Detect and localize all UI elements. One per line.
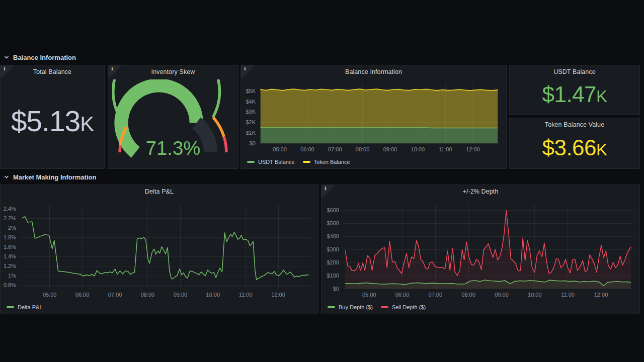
stat-value-total-balance: $5.13K [11, 107, 94, 136]
legend-item[interactable]: USDT Balance [247, 159, 295, 165]
legend-swatch [381, 306, 388, 308]
x-axis-label: 09:00 [495, 292, 509, 298]
balance-chart-legend: USDT BalanceToken Balance [241, 156, 506, 170]
x-axis-label: 11:00 [239, 292, 253, 298]
y-axis-label: 2% [8, 225, 16, 231]
y-axis-label: 1.6% [4, 244, 16, 250]
panel-depth: i +/-2% Depth $0$100$200$300$400$500$600… [321, 185, 640, 314]
x-axis-label: 07:00 [108, 292, 122, 298]
depth-legend: Buy Depth ($)Sell Depth ($) [321, 302, 639, 316]
gauge-value: 71.3% [146, 137, 201, 159]
y-axis-label: $2K [246, 119, 256, 125]
legend-item[interactable]: Buy Depth ($) [328, 304, 373, 310]
y-axis-label: 0.8% [4, 282, 16, 288]
panel-total-balance: i Total Balance $5.13K [0, 65, 105, 169]
depth-chart-canvas[interactable]: $0$100$200$300$400$500$60005:0006:0007:0… [323, 199, 636, 302]
panel-title[interactable]: +/-2% Depth [321, 185, 639, 198]
section-header-balance-information[interactable]: Balance Information [4, 53, 76, 61]
y-axis-label: $3K [246, 109, 256, 115]
x-axis-label: 12:00 [594, 292, 608, 298]
x-axis-label: 10:00 [528, 292, 542, 298]
legend-swatch [303, 161, 310, 163]
chart-svg[interactable]: $0$1K$2K$3K$4K$5K05:0006:0007:0008:0009:… [242, 79, 503, 154]
chevron-down-icon [4, 174, 9, 179]
x-axis-label: 12:00 [466, 146, 480, 152]
x-axis-label: 08:00 [141, 292, 155, 298]
y-axis-label: 1% [8, 273, 16, 279]
x-axis-label: 06:00 [300, 146, 314, 152]
y-axis-label: 1.2% [4, 263, 16, 269]
legend-swatch [247, 161, 255, 163]
y-axis-label: $0 [250, 140, 256, 146]
x-axis-label: 08:00 [461, 292, 475, 298]
y-axis-label: $300 [327, 246, 339, 252]
x-axis-label: 07:00 [328, 146, 342, 152]
panel-token-balance-value: Token Balance Value $3.66K [509, 118, 640, 169]
gauge-svg: 71.3% [112, 79, 234, 166]
legend-swatch [7, 306, 14, 308]
y-axis-label: 1.4% [4, 253, 16, 259]
panel-info-icon[interactable]: i [108, 65, 122, 79]
x-axis-label: 07:00 [429, 292, 443, 298]
panel-info-icon[interactable]: i [321, 185, 335, 199]
x-axis-label: 11:00 [439, 146, 452, 152]
y-axis-label: $4K [246, 99, 256, 105]
chart-svg[interactable]: 0.8%1%1.2%1.4%1.6%1.8%2%2.2%2.4%05:0006:… [2, 199, 315, 300]
y-axis-label: $500 [327, 220, 339, 226]
panel-title[interactable]: Balance Information [241, 65, 506, 78]
legend-item[interactable]: Sell Depth ($) [381, 304, 426, 310]
section-header-market-making-information[interactable]: Market Making Information [4, 173, 96, 181]
panel-title[interactable]: Total Balance [1, 65, 104, 78]
y-axis-label: $1K [246, 130, 256, 136]
x-axis-label: 10:00 [206, 292, 220, 298]
delta-pnl-chart-canvas[interactable]: 0.8%1%1.2%1.4%1.6%1.8%2%2.2%2.4%05:0006:… [2, 199, 315, 302]
y-axis-label: $5K [246, 88, 256, 94]
y-axis-label: $600 [327, 207, 339, 213]
x-axis-label: 09:00 [174, 292, 188, 298]
y-axis-label: 1.8% [4, 234, 16, 240]
legend-item[interactable]: Token Balance [303, 159, 350, 165]
grafana-dashboard: Balance Information i Total Balance $5.1… [0, 0, 644, 362]
y-axis-label: $400 [327, 233, 339, 239]
y-axis-label: 2.2% [4, 215, 16, 221]
legend-swatch [328, 306, 335, 308]
y-axis-label: $100 [327, 273, 339, 279]
x-axis-label: 05:00 [362, 292, 376, 298]
chevron-down-icon [4, 55, 9, 60]
section-title: Market Making Information [13, 173, 96, 181]
panel-title[interactable]: USDT Balance [510, 65, 639, 78]
x-axis-label: 06:00 [395, 292, 410, 298]
panel-delta-pnl: Delta P&L 0.8%1%1.2%1.4%1.6%1.8%2%2.2%2.… [0, 185, 318, 314]
panel-title[interactable]: Inventory Skew [108, 65, 238, 78]
y-axis-label: $0 [333, 286, 339, 292]
panel-info-icon[interactable]: i [1, 65, 14, 79]
x-axis-label: 05:00 [273, 146, 287, 152]
x-axis-label: 11:00 [561, 292, 575, 298]
stat-value-token-balance: $3.66K [542, 137, 607, 159]
balance-chart-canvas[interactable]: $0$1K$2K$3K$4K$5K05:0006:0007:0008:0009:… [242, 79, 503, 156]
panel-title[interactable]: Delta P&L [1, 185, 318, 198]
y-axis-label: 2.4% [4, 206, 16, 212]
legend-item[interactable]: Delta P&L [7, 304, 43, 310]
x-axis-label: 06:00 [75, 292, 90, 298]
inventory-skew-gauge[interactable]: 71.3% [108, 78, 238, 168]
chart-svg[interactable]: $0$100$200$300$400$500$60005:0006:0007:0… [323, 199, 636, 300]
x-axis-label: 12:00 [271, 292, 285, 298]
panel-info-icon[interactable]: i [241, 65, 255, 79]
stat-value-usdt-balance: $1.47K [542, 83, 607, 106]
x-axis-label: 09:00 [383, 146, 397, 152]
x-axis-label: 05:00 [43, 292, 57, 298]
x-axis-label: 10:00 [411, 146, 425, 152]
panel-inventory-skew: i Inventory Skew 71.3% [108, 65, 238, 169]
section-title: Balance Information [13, 54, 76, 61]
y-axis-label: $200 [327, 259, 339, 265]
panel-balance-information-chart: i Balance Information $0$1K$2K$3K$4K$5K0… [240, 65, 507, 169]
delta-pnl-legend: Delta P&L [1, 302, 318, 316]
x-axis-label: 08:00 [356, 146, 370, 152]
panel-title[interactable]: Token Balance Value [510, 118, 639, 131]
panel-usdt-balance: USDT Balance $1.47K [509, 65, 640, 115]
